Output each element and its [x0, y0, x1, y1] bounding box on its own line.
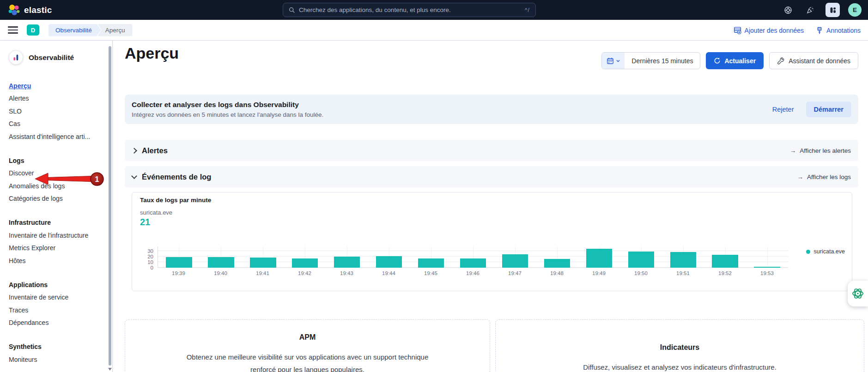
help-icon[interactable]: [781, 3, 795, 17]
v-gridline: [767, 246, 768, 268]
elastic-logo[interactable]: elastic: [0, 4, 52, 16]
legend-dot: [806, 250, 810, 254]
sidebar-item-anomalies-des-logs[interactable]: Anomalies des logs: [0, 180, 112, 192]
sidebar-nav: AperçuAlertesSLOCasAssistant d'intellige…: [0, 79, 112, 366]
x-tick-label: 19:43: [326, 270, 368, 276]
breadcrumb-bar: D Observabilité Aperçu Ajouter des donné…: [0, 20, 868, 41]
sidebar-item-dependances[interactable]: Dépendances: [0, 317, 112, 330]
chart-slot: [158, 246, 200, 268]
apm-promo-panel: APM Obtenez une meilleure visibilité sur…: [125, 319, 490, 372]
chart-current-value: 21: [140, 217, 150, 228]
sidebar-item-cas[interactable]: Cas: [0, 118, 112, 131]
x-tick-label: 19:47: [494, 270, 536, 276]
banner-title: Collecter et analyser des logs dans Obse…: [132, 101, 323, 109]
sidebar-item-slo[interactable]: SLO: [0, 105, 112, 118]
menu-icon[interactable]: [8, 26, 18, 34]
sidebar-header: Observabilité: [0, 41, 112, 65]
app-switcher-icon[interactable]: [826, 3, 840, 17]
bar-19:43: [334, 257, 360, 268]
refresh-icon: [714, 57, 721, 64]
chart-plot: [158, 246, 788, 268]
scroll-down-arrow-icon[interactable]: [108, 368, 112, 371]
sidebar-item-assistant-d-intelligence-arti[interactable]: Assistant d'intelligence arti...: [0, 130, 112, 143]
search-placeholder: Cherchez des applications, du contenu, e…: [299, 6, 521, 13]
sidebar-item-metrics-explorer[interactable]: Metrics Explorer: [0, 242, 112, 255]
sidebar-item-discover[interactable]: Discover: [0, 167, 112, 180]
chevron-right-icon: [131, 148, 137, 154]
x-tick-label: 19:49: [578, 270, 620, 276]
floating-extension-button[interactable]: [848, 281, 868, 306]
x-tick-label: 19:40: [200, 270, 242, 276]
chart-slot: [536, 246, 578, 268]
date-picker: Dernières 15 minutes: [601, 52, 700, 69]
start-button[interactable]: Démarrer: [806, 102, 852, 117]
sidebar-item-hotes[interactable]: Hôtes: [0, 254, 112, 267]
sidebar-item-alertes[interactable]: Alertes: [0, 92, 112, 105]
show-logs-link[interactable]: → Afficher les logs: [797, 174, 851, 180]
sidebar-item-categories-de-logs[interactable]: Catégories de logs: [0, 192, 112, 205]
global-search-input[interactable]: Cherchez des applications, du contenu, e…: [283, 3, 536, 17]
data-assistant-button[interactable]: Assistant de données: [769, 52, 858, 69]
sidebar-item-moniteurs[interactable]: Moniteurs: [0, 353, 112, 366]
x-tick-label: 19:52: [704, 270, 746, 276]
chart-legend[interactable]: suricata.eve: [806, 248, 845, 255]
sidebar-section-synthetics: Synthetics: [0, 340, 112, 353]
space-badge[interactable]: D: [27, 24, 39, 36]
page: { "colors": { "teal": "#00bfb3", "bar_te…: [0, 0, 868, 372]
annotations-label: Annotations: [826, 27, 861, 34]
dismiss-button[interactable]: Rejeter: [772, 106, 794, 113]
x-tick-label: 19:50: [620, 270, 662, 276]
sidebar-title: Observabilité: [29, 54, 74, 62]
show-alerts-link[interactable]: → Afficher les alertes: [790, 147, 851, 154]
bar-19:49: [586, 249, 612, 268]
alerts-accordion-header[interactable]: Alertes → Afficher les alertes: [125, 140, 858, 161]
sidebar-section-logs: Logs: [0, 154, 112, 167]
green-swirl-icon: [851, 287, 865, 300]
annotations-link[interactable]: Annotations: [816, 27, 861, 34]
breadcrumb-actions: Ajouter des données Annotations: [734, 20, 861, 41]
x-tick-label: 19:39: [158, 270, 200, 276]
sidebar-scrollbar[interactable]: [109, 46, 111, 366]
chart-slot: [704, 246, 746, 268]
arrow-right-icon: →: [797, 174, 803, 180]
chart-slot: [746, 246, 788, 268]
time-range-value[interactable]: Dernières 15 minutes: [625, 53, 700, 69]
x-tick-label: 19:44: [368, 270, 410, 276]
metrics-promo-title: Indicateurs: [496, 343, 864, 352]
sidebar: Observabilité AperçuAlertesSLOCasAssista…: [0, 41, 113, 372]
bar-19:39: [166, 257, 192, 268]
apm-promo-title: APM: [125, 333, 490, 342]
logs-onboarding-banner: Collecter et analyser des logs dans Obse…: [125, 95, 858, 124]
add-data-link[interactable]: Ajouter des données: [734, 26, 804, 34]
sidebar-section-applications: Applications: [0, 278, 112, 291]
date-quick-select[interactable]: [602, 53, 625, 69]
refresh-button[interactable]: Actualiser: [706, 52, 764, 69]
bar-19:45: [418, 258, 444, 268]
avatar[interactable]: E: [848, 3, 862, 17]
chart-title: Taux de logs par minute: [140, 197, 211, 204]
chart-area: [158, 246, 788, 268]
bar-19:50: [628, 252, 654, 268]
promo-panels: APM Obtenez une meilleure visibilité sur…: [125, 319, 864, 372]
log-events-accordion-header[interactable]: Événements de log → Afficher les logs: [125, 166, 858, 187]
sidebar-item-traces[interactable]: Traces: [0, 304, 112, 317]
chart-series-name: suricata.eve: [140, 209, 172, 216]
bar-19:46: [460, 258, 486, 268]
x-tick-label: 19:41: [242, 270, 284, 276]
breadcrumb-observability[interactable]: Observabilité: [49, 24, 101, 36]
chevron-down-icon: [616, 59, 620, 63]
sidebar-item-apercu[interactable]: Aperçu: [0, 79, 112, 92]
news-party-popper-icon[interactable]: [803, 3, 817, 17]
logo-text: elastic: [24, 5, 52, 15]
bar-19:51: [670, 252, 696, 268]
main-content: Aperçu Dernières 15 minutes: [113, 41, 868, 372]
chart-slot: [662, 246, 704, 268]
show-logs-label: Afficher les logs: [807, 174, 851, 180]
wrench-icon: [777, 57, 784, 65]
sidebar-item-inventaire-de-l-infrastructure[interactable]: Inventaire de l'infrastructure: [0, 229, 112, 242]
sidebar-item-inventaire-de-service[interactable]: Inventaire de service: [0, 291, 112, 304]
metrics-promo-text: Diffusez, visualisez et analysez vos ind…: [555, 361, 805, 372]
breadcrumb: Observabilité Aperçu: [49, 24, 133, 36]
banner-text: Collecter et analyser des logs dans Obse…: [125, 101, 323, 118]
bar-19:53: [754, 267, 780, 268]
